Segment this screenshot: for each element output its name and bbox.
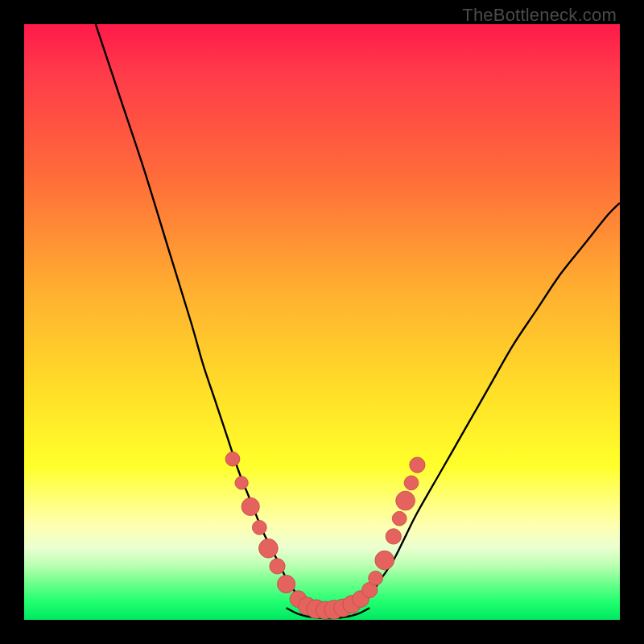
- series-left-curve: [96, 24, 310, 608]
- marker-point: [242, 497, 259, 515]
- marker-point: [392, 511, 407, 526]
- series-right-curve: [357, 203, 620, 608]
- marker-point: [235, 477, 248, 489]
- marker-point: [252, 520, 266, 535]
- watermark-text: TheBottleneck.com: [462, 5, 617, 26]
- marker-point: [404, 476, 419, 490]
- marker-point: [278, 576, 295, 593]
- marker-point: [259, 539, 279, 558]
- marker-point: [225, 452, 240, 466]
- plot-area: [24, 24, 620, 620]
- marker-point: [369, 571, 383, 585]
- marker-point: [396, 491, 415, 510]
- chart-frame: TheBottleneck.com: [0, 0, 644, 644]
- marker-point: [375, 551, 394, 570]
- marker-point: [270, 559, 285, 574]
- marker-point: [386, 529, 401, 544]
- marker-point: [410, 457, 425, 473]
- chart-svg: [24, 24, 620, 620]
